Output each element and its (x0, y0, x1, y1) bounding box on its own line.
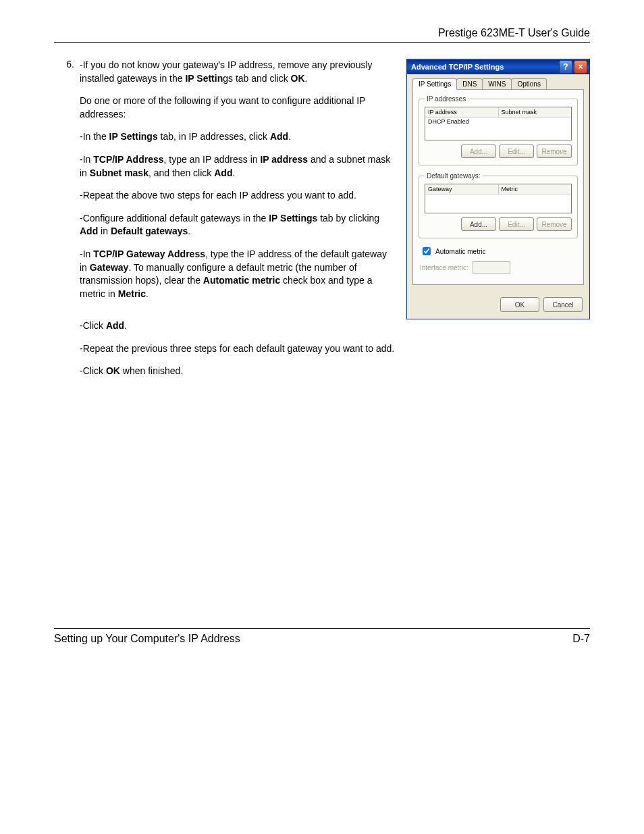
ok-button[interactable]: OK (500, 297, 539, 312)
step-body: -If you do not know your gateway's IP ad… (80, 59, 394, 310)
tab-options[interactable]: Options (511, 78, 546, 89)
paragraph: Do one or more of the following if you w… (80, 95, 394, 121)
col-ip-address: IP address (425, 107, 499, 117)
footer-right: D-7 (572, 633, 590, 645)
dialog-tabs: IP Settings DNS WINS Options (412, 78, 584, 89)
gw-add-button[interactable]: Add... (461, 217, 496, 231)
list-row: DHCP Enabled (425, 118, 571, 126)
dialog-title: Advanced TCP/IP Settings (411, 63, 504, 71)
cancel-button[interactable]: Cancel (543, 297, 583, 312)
col-metric: Metric (499, 184, 572, 194)
paragraph: -In TCP/IP Gateway Address, type the IP … (80, 248, 394, 301)
footer-rule (54, 628, 590, 629)
ip-addresses-group: IP addresses IP address Subnet mask DHCP… (419, 95, 578, 165)
tab-panel: IP addresses IP address Subnet mask DHCP… (412, 89, 584, 285)
help-icon[interactable]: ? (559, 60, 572, 74)
ip-add-button[interactable]: Add... (461, 145, 496, 158)
automatic-metric-checkbox[interactable] (423, 247, 431, 255)
ip-remove-button[interactable]: Remove (537, 145, 572, 158)
gw-remove-button[interactable]: Remove (537, 217, 572, 231)
tab-dns[interactable]: DNS (456, 78, 483, 89)
paragraph: -Repeat the above two steps for each IP … (80, 189, 394, 203)
automatic-metric-label: Automatic metric (435, 248, 485, 255)
step-number: 6. (54, 59, 74, 310)
footer-left: Setting up Your Computer's IP Address (54, 633, 240, 645)
close-icon[interactable]: × (574, 60, 587, 74)
header-rule (54, 42, 590, 43)
col-gateway: Gateway (425, 184, 499, 194)
header-title: Prestige 623ME-T User's Guide (54, 27, 590, 39)
paragraph: -Repeat the previous three steps for eac… (80, 342, 590, 356)
ip-addresses-legend: IP addresses (425, 95, 468, 103)
paragraph: -If you do not know your gateway's IP ad… (80, 59, 394, 85)
paragraph: -In the IP Settings tab, in IP addresses… (80, 130, 394, 144)
paragraph: -Click OK when finished. (80, 365, 590, 378)
dialog-titlebar: Advanced TCP/IP Settings ? × (407, 59, 589, 74)
col-subnet-mask: Subnet mask (499, 107, 572, 117)
interface-metric-label: Interface metric: (420, 264, 468, 271)
tab-wins[interactable]: WINS (482, 78, 512, 89)
default-gateways-legend: Default gateways: (425, 172, 483, 180)
tcpip-dialog: Advanced TCP/IP Settings ? × IP Settings… (406, 59, 590, 319)
paragraph: -In TCP/IP Address, type an IP address i… (80, 153, 394, 180)
default-gateways-group: Default gateways: Gateway Metric Add... … (419, 172, 578, 238)
gateways-listbox[interactable]: Gateway Metric (425, 184, 572, 213)
paragraph: -Click Add. (80, 319, 590, 333)
gw-edit-button[interactable]: Edit... (499, 217, 534, 231)
paragraph: -Configure additional default gateways i… (80, 212, 394, 238)
tab-ip-settings[interactable]: IP Settings (412, 78, 457, 90)
ip-addresses-listbox[interactable]: IP address Subnet mask DHCP Enabled (425, 107, 572, 140)
page-footer: Setting up Your Computer's IP Address D-… (54, 628, 590, 645)
step-continued: -Click Add.-Repeat the previous three st… (80, 319, 590, 378)
ip-edit-button[interactable]: Edit... (499, 145, 534, 158)
interface-metric-input (473, 261, 510, 273)
